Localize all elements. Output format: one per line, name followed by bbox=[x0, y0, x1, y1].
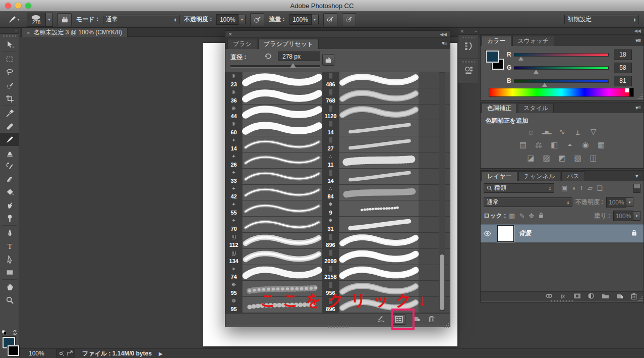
brush-preset-right[interactable]: ▒1120 bbox=[322, 105, 339, 120]
brush-stroke-preview-right[interactable] bbox=[339, 120, 419, 136]
close-document-icon[interactable]: × bbox=[27, 30, 30, 36]
brush-preset-right[interactable]: ▒14 bbox=[322, 169, 339, 184]
filter-toggle[interactable] bbox=[633, 184, 640, 193]
history-panel-button[interactable] bbox=[458, 35, 479, 59]
G-slider[interactable] bbox=[514, 66, 609, 70]
toggle-brush-panel-button[interactable] bbox=[57, 13, 72, 26]
brush-stroke-preview-right[interactable] bbox=[339, 217, 419, 232]
efficiency-icon[interactable] bbox=[58, 350, 65, 356]
panel-menu-icon[interactable]: ▾≡ bbox=[635, 173, 640, 179]
toolbar-expand-icon[interactable]: » bbox=[0, 28, 19, 34]
brush-preset-left[interactable]: ✶74 bbox=[225, 265, 242, 281]
layer-visibility-toggle[interactable] bbox=[481, 224, 494, 242]
tab-styles[interactable]: スタイル bbox=[518, 103, 554, 113]
brush-preset-left[interactable]: ✦70 bbox=[225, 217, 242, 232]
brush-stroke-preview-left[interactable] bbox=[242, 169, 322, 184]
eyedropper-tool[interactable] bbox=[0, 107, 19, 120]
airbrush-button[interactable] bbox=[323, 13, 337, 26]
panel-menu-icon[interactable]: ▾≡ bbox=[442, 40, 447, 46]
preset-list-scrollbar[interactable] bbox=[439, 72, 445, 311]
blend-mode-dropdown[interactable]: 通常 ▲▼ bbox=[484, 197, 572, 207]
filter-type-layers-icon[interactable]: T bbox=[579, 184, 583, 192]
reset-diameter-icon[interactable] bbox=[264, 53, 272, 61]
color-lookup-icon[interactable]: ▦ bbox=[596, 140, 607, 150]
close-window-button[interactable] bbox=[5, 3, 11, 9]
flow-dropdown[interactable]: 100% ▾ bbox=[289, 14, 319, 25]
B-slider[interactable] bbox=[514, 79, 609, 83]
brush-stroke-preview-left[interactable] bbox=[242, 249, 322, 265]
diameter-input[interactable]: 278 px bbox=[278, 52, 320, 61]
lock-position-icon[interactable]: ✥ bbox=[529, 212, 534, 220]
new-layer-button[interactable] bbox=[616, 292, 623, 301]
white-chip[interactable] bbox=[625, 88, 629, 92]
mode-dropdown[interactable]: 通常 ▲▼ bbox=[103, 15, 180, 24]
brush-tool[interactable] bbox=[0, 133, 19, 146]
default-colors-icon[interactable] bbox=[2, 330, 7, 335]
brush-stroke-preview-right[interactable] bbox=[339, 265, 419, 281]
collapse-panel-icon[interactable]: ◀◀ bbox=[440, 32, 447, 37]
brush-preset-arrow[interactable]: ▾ bbox=[46, 13, 53, 27]
brush-stroke-preview-right[interactable] bbox=[339, 249, 419, 265]
brush-stroke-preview-right[interactable] bbox=[339, 152, 419, 168]
selective-color-icon[interactable]: ◫ bbox=[588, 153, 599, 163]
posterize-icon[interactable]: ▨ bbox=[541, 153, 552, 163]
path-selection-tool[interactable] bbox=[0, 252, 19, 266]
spot-healing-brush-tool[interactable] bbox=[0, 120, 19, 133]
brush-preset-left[interactable]: ✦42 bbox=[225, 185, 242, 200]
new-adjustment-button[interactable] bbox=[588, 292, 595, 301]
brush-stroke-preview-left[interactable] bbox=[242, 217, 322, 232]
brush-stroke-preview-right[interactable] bbox=[339, 136, 419, 152]
brush-stroke-preview-left[interactable] bbox=[242, 120, 322, 136]
brush-stroke-preview-right[interactable] bbox=[339, 200, 419, 216]
swap-colors-icon[interactable] bbox=[12, 330, 18, 335]
delete-layer-button[interactable] bbox=[630, 292, 637, 301]
slider-thumb-icon[interactable] bbox=[534, 70, 539, 74]
background-color-swatch[interactable] bbox=[8, 345, 19, 356]
brush-preset-right[interactable]: ✹31 bbox=[322, 217, 339, 232]
hue-saturation-icon[interactable]: ▤ bbox=[517, 140, 529, 150]
status-options-arrow[interactable]: ▶ bbox=[159, 351, 163, 356]
brush-stroke-preview-left[interactable] bbox=[242, 233, 322, 248]
crop-tool[interactable] bbox=[0, 92, 19, 105]
close-panel-icon[interactable]: ✕ bbox=[228, 32, 232, 37]
export-icon[interactable] bbox=[67, 350, 73, 356]
fill-dropdown[interactable]: 100% ▾ bbox=[613, 211, 640, 221]
black-white-icon[interactable]: ◧ bbox=[549, 140, 560, 150]
layer-thumbnail[interactable] bbox=[497, 225, 514, 242]
gradient-map-icon[interactable]: ▧ bbox=[572, 153, 583, 163]
tab-swatches[interactable]: スウォッチ bbox=[512, 36, 554, 46]
tab-paths[interactable]: パス bbox=[561, 171, 585, 181]
quick-selection-tool[interactable] bbox=[0, 79, 19, 92]
brush-preset-left[interactable]: ❉95 bbox=[225, 281, 242, 296]
tab-brush[interactable]: ブラシ bbox=[227, 39, 257, 49]
brush-preset-left[interactable]: ✦33 bbox=[225, 169, 242, 184]
slider-thumb-icon[interactable] bbox=[518, 57, 523, 61]
pressure-size-button[interactable] bbox=[342, 13, 356, 26]
brush-stroke-preview-left[interactable] bbox=[242, 88, 322, 104]
brush-stroke-preview-left[interactable] bbox=[242, 136, 322, 152]
zoom-tool[interactable] bbox=[0, 293, 19, 306]
brush-preset-right[interactable]: ▒27 bbox=[322, 136, 339, 152]
brush-preset-right[interactable]: ▒896 bbox=[322, 233, 339, 248]
workspace-dropdown[interactable]: 初期設定 ▲▼ bbox=[564, 15, 639, 24]
filter-pixel-layers-icon[interactable]: ▣ bbox=[561, 184, 567, 192]
lock-transparency-icon[interactable]: ▦ bbox=[509, 212, 515, 220]
brush-stroke-preview-right[interactable] bbox=[339, 72, 419, 88]
tab-color[interactable]: カラー bbox=[482, 36, 511, 46]
brush-preset-right[interactable]: ▒486 bbox=[322, 72, 339, 88]
slider-thumb-icon[interactable] bbox=[542, 83, 547, 87]
diameter-slider[interactable] bbox=[230, 65, 320, 68]
brush-preset-right[interactable]: ▒768 bbox=[322, 88, 339, 104]
brush-preset-right[interactable]: ✱9 bbox=[322, 200, 339, 216]
brush-preset-left[interactable]: ϣ112 bbox=[225, 233, 242, 248]
gradient-tool[interactable] bbox=[0, 185, 19, 198]
tab-channels[interactable]: チャンネル bbox=[518, 171, 560, 181]
brush-preset-right[interactable]: ▒2158 bbox=[322, 265, 339, 281]
brush-preset-preview[interactable]: 278 bbox=[27, 13, 46, 27]
R-value-input[interactable]: 18 bbox=[614, 49, 632, 60]
tool-preset-picker[interactable]: ▾ bbox=[5, 14, 22, 26]
brush-stroke-preview-left[interactable] bbox=[242, 105, 322, 120]
brush-preset-left[interactable]: ❋60 bbox=[225, 120, 242, 136]
channel-mixer-icon[interactable]: ◉ bbox=[580, 140, 591, 150]
brush-preset-left[interactable]: ✦14 bbox=[225, 136, 242, 152]
